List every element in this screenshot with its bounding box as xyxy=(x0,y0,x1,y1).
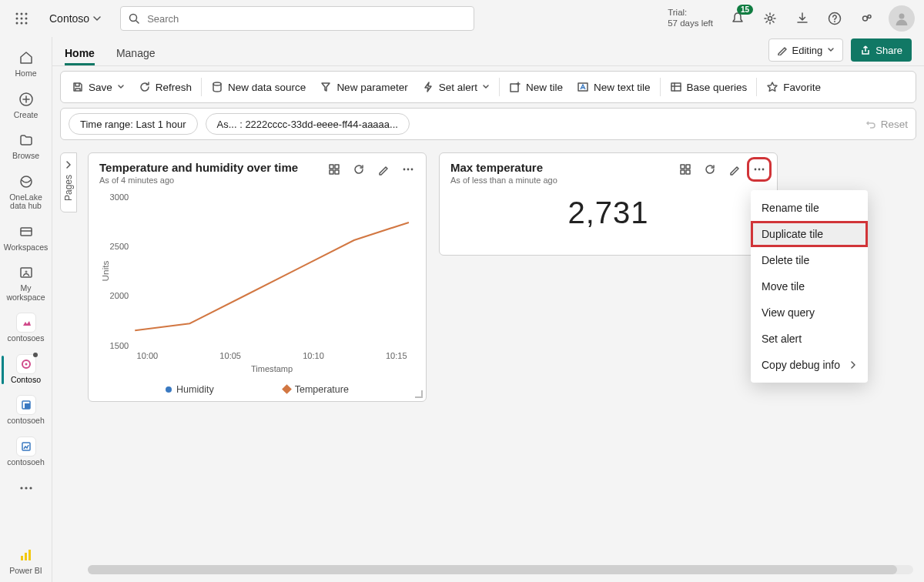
tile1-legend: Humidity Temperature xyxy=(89,384,426,395)
time-range-pill[interactable]: Time range: Last 1 hour xyxy=(69,113,198,135)
chevron-down-icon xyxy=(117,83,125,91)
tile2-explore-icon[interactable] xyxy=(677,161,694,178)
svg-point-0 xyxy=(16,13,18,15)
svg-point-27 xyxy=(25,487,27,489)
tile1-chart: 1500200025003000Units10:0010:0510:1010:1… xyxy=(99,192,417,373)
rail-contosoeh-1[interactable]: contosoeh xyxy=(2,390,51,432)
top-bar: Contoso Trial: 57 days left 15 xyxy=(0,0,924,37)
chevron-down-icon xyxy=(482,83,490,91)
tile1-subtitle: As of 4 minutes ago xyxy=(99,176,298,185)
tile2-value: 2,731 xyxy=(440,196,777,230)
new-data-source-button[interactable]: New data source xyxy=(205,75,312,99)
ctx-set-alert[interactable]: Set alert xyxy=(751,326,868,352)
rail-browse[interactable]: Browse xyxy=(2,125,51,167)
svg-point-40 xyxy=(403,169,406,171)
tile1-more-icon[interactable] xyxy=(400,161,417,178)
settings-icon[interactable] xyxy=(759,8,781,29)
notifications-icon[interactable]: 15 xyxy=(727,8,748,29)
download-icon[interactable] xyxy=(792,8,813,29)
workspace-switcher[interactable]: Contoso xyxy=(43,9,108,28)
tile2-more-icon[interactable] xyxy=(751,161,768,178)
svg-rect-18 xyxy=(21,228,32,236)
left-nav-rail: Home Create Browse OneLake data hub Work… xyxy=(0,37,52,582)
svg-point-2 xyxy=(25,13,28,15)
refresh-button[interactable]: Refresh xyxy=(132,75,198,99)
ctx-delete-tile[interactable]: Delete tile xyxy=(751,247,868,273)
sa-label: Set alert xyxy=(439,82,477,93)
tab-home[interactable]: Home xyxy=(65,42,95,65)
help-icon[interactable] xyxy=(824,8,845,29)
fav-label: Favorite xyxy=(783,82,821,93)
svg-rect-35 xyxy=(671,83,681,91)
parameter-bar: Time range: Last 1 hour As... : 2222cccc… xyxy=(60,108,916,140)
star-icon xyxy=(766,81,778,93)
tile2-refresh-icon[interactable] xyxy=(701,161,718,178)
new-text-tile-button[interactable]: New text tile xyxy=(571,75,657,99)
share-button[interactable]: Share xyxy=(851,38,912,62)
rail-more[interactable] xyxy=(2,473,51,504)
share-icon xyxy=(860,45,871,55)
horizontal-scrollbar[interactable] xyxy=(88,565,913,574)
svg-point-5 xyxy=(25,18,28,20)
rail-my-workspace[interactable]: My workspace xyxy=(2,258,51,308)
rail-workspaces[interactable]: Workspaces xyxy=(2,217,51,259)
text-tile-icon xyxy=(577,81,589,93)
main-region: Home Manage Editing Share Save Refresh xyxy=(52,37,924,582)
rail-contosoes[interactable]: contosoes xyxy=(2,308,51,350)
ctx-duplicate-tile[interactable]: Duplicate tile xyxy=(751,221,868,247)
base-queries-button[interactable]: Base queries xyxy=(664,75,754,99)
svg-point-17 xyxy=(21,176,32,187)
rail-create[interactable]: Create xyxy=(2,85,51,126)
tile1-edit-icon[interactable] xyxy=(375,161,392,178)
pages-panel-toggle[interactable]: Pages xyxy=(60,152,77,212)
ctx-view-query[interactable]: View query xyxy=(751,299,868,326)
rail-contosoeh-2[interactable]: contosoeh xyxy=(2,432,51,473)
chevron-down-icon xyxy=(827,46,835,54)
tab-manage[interactable]: Manage xyxy=(116,42,156,65)
tile-add-icon xyxy=(509,81,521,93)
trial-line2: 57 days left xyxy=(668,18,713,29)
rail-label: contosoes xyxy=(8,334,45,343)
rail-contoso[interactable]: Contoso xyxy=(2,350,51,391)
account-avatar[interactable] xyxy=(889,5,915,32)
parameter-pill[interactable]: As... : 2222cccc-33dd-eeee-ff44-aaaaa... xyxy=(206,113,410,135)
rail-home[interactable]: Home xyxy=(2,43,51,85)
rail-onelake[interactable]: OneLake data hub xyxy=(2,167,51,217)
favorite-button[interactable]: Favorite xyxy=(760,75,827,99)
ctx-move-tile[interactable]: Move tile xyxy=(751,273,868,299)
tile1-refresh-icon[interactable] xyxy=(350,161,367,178)
editing-label: Editing xyxy=(792,45,823,56)
svg-point-28 xyxy=(29,487,32,489)
svg-point-12 xyxy=(834,21,835,22)
set-alert-button[interactable]: Set alert xyxy=(416,75,496,99)
svg-text:2000: 2000 xyxy=(110,291,129,300)
ctx-copy-debug[interactable]: Copy debug info xyxy=(751,352,868,378)
ctx-rename-tile[interactable]: Rename tile xyxy=(751,195,868,221)
svg-point-9 xyxy=(130,15,137,22)
svg-point-3 xyxy=(16,18,18,20)
tile2-edit-icon[interactable] xyxy=(726,161,743,178)
nds-label: New data source xyxy=(228,82,306,93)
chevron-down-icon xyxy=(92,14,102,23)
trial-line1: Trial: xyxy=(668,8,713,18)
new-parameter-button[interactable]: New parameter xyxy=(313,75,413,99)
refresh-icon xyxy=(139,81,151,93)
tile2-subtitle: As of less than a minute ago xyxy=(450,176,557,185)
pencil-icon xyxy=(777,45,788,55)
feedback-icon[interactable] xyxy=(856,8,878,29)
svg-text:10:10: 10:10 xyxy=(303,350,324,360)
tile1-explore-icon[interactable] xyxy=(326,161,343,178)
reset-button[interactable]: Reset xyxy=(865,119,908,130)
scrollbar-thumb[interactable] xyxy=(88,565,897,574)
svg-point-20 xyxy=(25,271,27,273)
app-launcher-icon[interactable] xyxy=(9,8,34,29)
new-tile-button[interactable]: New tile xyxy=(503,75,569,99)
chevron-right-icon xyxy=(64,160,73,169)
search-input[interactable] xyxy=(146,12,466,25)
editing-mode-button[interactable]: Editing xyxy=(768,38,844,62)
svg-point-7 xyxy=(21,22,23,25)
tile1-resize-handle[interactable] xyxy=(415,390,423,398)
search-box[interactable] xyxy=(120,6,474,31)
rail-powerbi[interactable]: Power BI xyxy=(2,540,51,582)
save-button[interactable]: Save xyxy=(65,75,131,99)
